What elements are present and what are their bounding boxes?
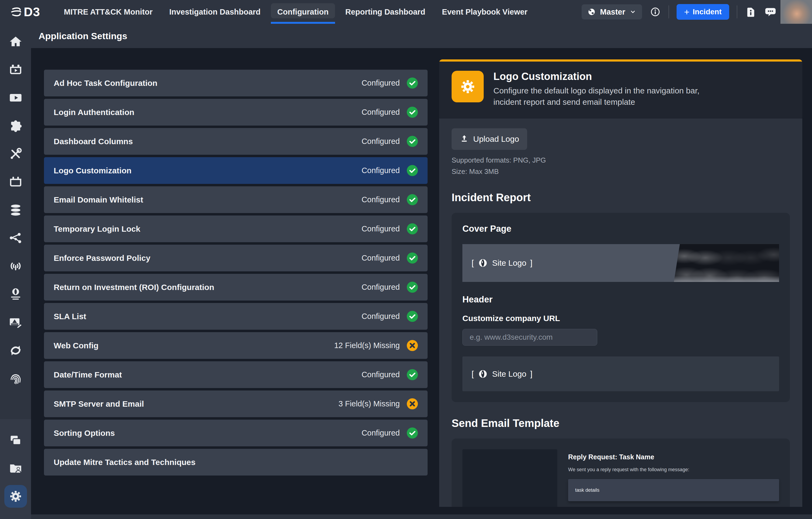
sidebar-item-sync[interactable] [4,339,27,362]
upload-logo-button[interactable]: Upload Logo [452,128,527,150]
sidebar-item-fingerprint[interactable] [4,367,27,390]
status-badge [407,194,418,205]
panel-body: Upload Logo Supported formats: PNG, JPG … [439,118,802,507]
check-circle-icon [407,78,418,88]
fingerprint-icon [9,372,23,386]
folder-user-icon [9,461,23,475]
sidebar-item-folder-user[interactable] [4,457,27,480]
nav-tab-event-playbook-viewer[interactable]: Event Playbook Viewer [435,0,534,24]
logo-customization-panel: Logo Customization Configure the default… [439,59,802,507]
setting-status: Configured [361,312,400,321]
sidebar-item-share-nodes[interactable] [4,227,27,249]
sidebar-item-calendar[interactable] [4,171,27,193]
setting-label: Email Domain Whitelist [54,195,143,204]
status-badge [407,223,418,235]
status-badge [407,107,418,118]
sidebar-item-home[interactable] [4,30,27,53]
release-notes-button[interactable] [745,6,757,18]
d3-swoosh-icon [10,6,22,18]
sidebar-item-windows[interactable] [4,429,27,452]
settings-row-login-authentication[interactable]: Login Authentication Configured [44,99,428,126]
d3-logo[interactable]: D3 [10,5,40,19]
status-badge [407,428,418,439]
setting-status: Configured [361,108,400,117]
settings-row-web-config[interactable]: Web Config 12 Field(s) Missing [44,332,428,359]
settings-row-date-time-format[interactable]: Date/Time Format Configured [44,361,428,388]
info-button[interactable] [649,6,661,18]
settings-row-temporary-login-lock[interactable]: Temporary Login Lock Configured [44,216,428,242]
setting-status: 3 Field(s) Missing [339,400,400,408]
incident-report-heading: Incident Report [452,191,790,203]
setting-label: Return on Investment (ROI) Configuration [54,283,214,292]
check-circle-icon [407,165,418,176]
settings-row-dashboard-columns[interactable]: Dashboard Columns Configured [44,128,428,155]
check-circle-icon [407,311,418,322]
site-globe-icon [477,368,488,379]
sidebar-item-incident-edit[interactable] [4,311,27,334]
check-circle-icon [407,136,418,147]
sidebar-item-tools[interactable] [4,143,27,165]
check-circle-icon [407,194,418,205]
settings-row-sorting-options[interactable]: Sorting Options Configured [44,420,428,446]
setting-label: SMTP Server and Email [54,400,144,409]
settings-row-smtp-server-and-email[interactable]: SMTP Server and Email 3 Field(s) Missing [44,390,428,417]
bracket-close: ] [530,370,532,379]
chat-button[interactable] [764,6,777,18]
setting-label: Update Mitre Tactics and Techniques [54,458,196,467]
sidebar-item-calendar-play[interactable] [4,58,27,81]
nav-tab-mitre-att-ck-monitor[interactable]: MITRE ATT&CK Monitor [57,0,159,24]
setting-status: Configured [361,370,400,379]
setting-status: Configured [361,429,400,437]
nav-tab-configuration[interactable]: Configuration [271,0,335,24]
incident-button-label: Incident [693,7,722,16]
setting-label: Dashboard Columns [54,137,133,146]
task-details-box: task details [568,479,779,501]
status-badge [407,252,418,264]
chevron-down-icon [629,8,637,16]
panel-accent-bar [439,59,802,61]
calendar-icon [9,175,23,189]
setting-label: Sorting Options [54,429,115,438]
max-size-hint: Size: Max 3MB [452,167,790,176]
sidebar-item-puzzle[interactable] [4,114,27,137]
site-selector-dropdown[interactable]: Master [582,4,642,20]
email-body-text: We sent you a reply request with the fol… [568,467,779,472]
horizontal-scrollbar[interactable] [31,514,812,519]
main-content: Application Settings Ad Hoc Task Configu… [31,24,812,519]
header-heading: Header [462,294,779,305]
status-badge [407,398,418,409]
settings-row-sla-list[interactable]: SLA List Configured [44,303,428,330]
sidebar-bottom-group [0,419,31,519]
user-avatar[interactable] [780,0,812,24]
settings-row-return-on-investment-roi-configuration[interactable]: Return on Investment (ROI) Configuration… [44,274,428,301]
settings-row-email-domain-whitelist[interactable]: Email Domain Whitelist Configured [44,186,428,213]
settings-row-enforce-password-policy[interactable]: Enforce Password Policy Configured [44,245,428,271]
sidebar-item-database[interactable] [4,199,27,221]
supported-formats-hint: Supported formats: PNG, JPG [452,155,790,165]
site-selector-label: Master [600,7,625,17]
cover-page-heading: Cover Page [462,224,779,234]
nav-right-cluster: Master + Incident [582,0,812,24]
setting-label: Ad Hoc Task Configuration [54,79,157,88]
sidebar-item-globe-lines[interactable] [4,283,27,306]
sidebar-item-video-playbook[interactable] [4,86,27,109]
check-circle-icon [407,369,418,380]
settings-row-ad-hoc-task-configuration[interactable]: Ad Hoc Task Configuration Configured [44,70,428,97]
nav-tab-investigation-dashboard[interactable]: Investigation Dashboard [163,0,267,24]
status-badge [407,369,418,380]
email-template-body: Reply Request: Task Name We sent you a r… [568,449,779,507]
status-badge [407,340,418,351]
new-incident-button[interactable]: + Incident [676,4,729,20]
page-header-band: Application Settings [31,24,812,48]
status-badge [407,78,418,88]
setting-status: Configured [361,195,400,204]
setting-label: Web Config [54,341,98,350]
settings-row-update-mitre-tactics-and-techniques[interactable]: Update Mitre Tactics and Techniques [44,449,428,475]
sidebar-item-broadcast[interactable] [4,255,27,278]
sidebar-item-gear[interactable] [4,485,27,508]
nav-tab-reporting-dashboard[interactable]: Reporting Dashboard [339,0,432,24]
company-url-input[interactable] [462,329,597,346]
settings-row-logo-customization[interactable]: Logo Customization Configured [44,157,428,184]
panel-description: Configure the default logo displayed in … [493,85,704,108]
nav-divider [668,5,669,18]
